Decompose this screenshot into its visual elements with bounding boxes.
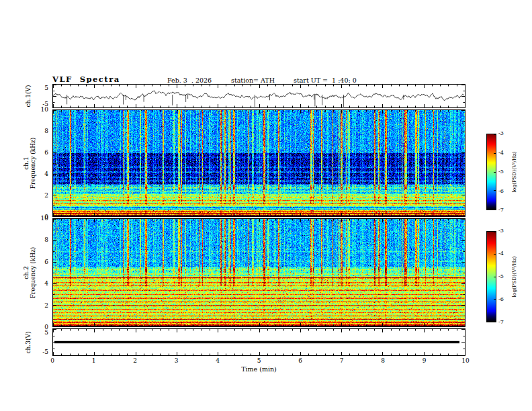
- time-tick-label: 7: [335, 357, 349, 364]
- plot-title: VLF Spectra: [52, 75, 120, 84]
- time-axis-label: Time (min): [52, 365, 466, 373]
- colorbar-ch2-tick-label: -3: [498, 228, 509, 234]
- colorbar-ch1-tick-label: -6: [498, 188, 509, 194]
- colorbar-ch2-label: log(PSD)(V²/Hz): [511, 256, 518, 297]
- colorbar-ch1-tick-label: -5: [498, 169, 509, 175]
- ch2-freq-tick-label: 8: [38, 236, 48, 243]
- panel-ch3-waveform: [52, 328, 466, 356]
- ch3-volt-tick-label: -5: [38, 349, 48, 355]
- time-tick-label: 5: [253, 357, 266, 364]
- ch3-volt-tick-label: 5: [38, 329, 48, 336]
- time-tick-label: 9: [418, 357, 431, 364]
- ch3-voltage-axis-label: ch.3(V): [25, 332, 32, 354]
- colorbar-ch2-tick-label: -6: [498, 296, 509, 302]
- ch1-volt-tick-label: -5: [38, 101, 48, 107]
- colorbar-ch1-label: log(PSD)(V²/Hz): [511, 151, 518, 192]
- time-tick-label: 6: [294, 357, 307, 364]
- ch2-spectrogram-canvas: [53, 219, 465, 326]
- ch2-frequency-axis-label: ch.2 Frequency (kHz): [23, 247, 36, 299]
- ch2-freq-tick-label: 6: [38, 259, 48, 265]
- ch1-freq-tick-label: 4: [38, 171, 48, 177]
- ch3-waveform-canvas: [53, 329, 465, 355]
- ch1-freq-tick-label: 6: [38, 149, 48, 156]
- ch1-frequency-axis-label-line1: ch.1: [23, 138, 30, 189]
- colorbar-ch2-canvas: [487, 232, 496, 322]
- colorbar-ch1: [486, 134, 496, 210]
- time-tick-label: 3: [170, 357, 183, 364]
- colorbar-ch1-tick-label: -7: [498, 207, 509, 213]
- time-tick-label: 0: [46, 357, 59, 364]
- ch2-freq-tick-label: 10: [38, 215, 48, 222]
- colorbar-ch1-tick-label: -3: [498, 130, 509, 136]
- colorbar-ch1-canvas: [487, 134, 496, 210]
- colorbar-ch1-tick-label: -4: [498, 150, 509, 156]
- ch1-volt-tick-label: 5: [38, 85, 48, 91]
- plot-station: station= ATH: [231, 77, 275, 84]
- vlf-spectra-figure: VLF Spectra Feb. 3 , 2026 station= ATH s…: [0, 0, 532, 411]
- plot-start-ut: start UT = 1 :40: 0: [294, 77, 357, 84]
- time-tick-label: 8: [376, 357, 390, 364]
- ch1-waveform-canvas: [53, 85, 465, 107]
- ch1-frequency-axis-label-line2: Frequency (kHz): [30, 138, 36, 189]
- ch1-freq-tick-label: 2: [38, 192, 48, 199]
- ch1-freq-tick-label: 8: [38, 128, 48, 134]
- ch2-freq-tick-label: 4: [38, 280, 48, 287]
- ch1-frequency-axis-label: ch.1 Frequency (kHz): [23, 138, 36, 189]
- time-tick-label: 1: [87, 357, 101, 364]
- ch1-spectrogram-canvas: [53, 110, 465, 216]
- time-tick-label: 4: [211, 357, 224, 364]
- ch1-voltage-axis-label: ch.1(V): [25, 85, 32, 107]
- ch2-freq-tick-label: 2: [38, 302, 48, 309]
- panel-ch1-waveform: [52, 84, 466, 108]
- panel-ch1-spectrogram: [52, 109, 466, 217]
- time-tick-label: 10: [459, 357, 472, 364]
- colorbar-ch2: [486, 231, 496, 322]
- ch2-frequency-axis-label-line1: ch.2: [23, 247, 30, 299]
- plot-date: Feb. 3 , 2026: [167, 77, 212, 84]
- colorbar-ch2-tick-label: -4: [498, 250, 509, 257]
- ch2-frequency-axis-label-line2: Frequency (kHz): [30, 247, 36, 299]
- time-tick-label: 2: [128, 357, 142, 364]
- colorbar-ch2-tick-label: -5: [498, 273, 509, 279]
- panel-ch2-spectrogram: [52, 218, 466, 327]
- colorbar-ch2-tick-label: -7: [498, 319, 509, 325]
